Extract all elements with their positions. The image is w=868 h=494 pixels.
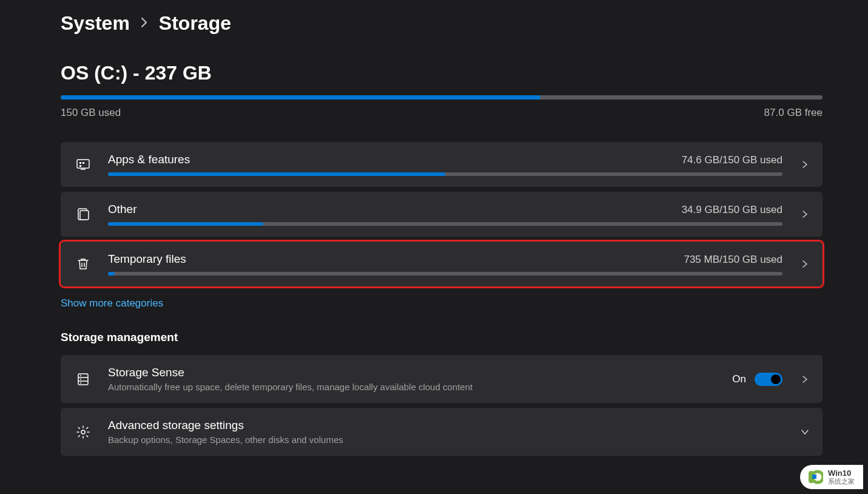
category-usage: 735 MB/150 GB used [684, 254, 782, 266]
svg-point-13 [80, 379, 81, 380]
category-title: Other [108, 203, 137, 216]
drive-usage-bar [61, 95, 823, 100]
category-bar-fill [108, 222, 263, 226]
category-bar [108, 272, 782, 276]
chevron-right-icon [799, 210, 810, 218]
category-usage: 34.9 GB/150 GB used [682, 204, 782, 216]
category-apps-features[interactable]: Apps & features74.6 GB/150 GB used [61, 142, 823, 187]
mgmt-advanced-storage-settings[interactable]: Advanced storage settingsBackup options,… [61, 408, 823, 456]
mgmt-subtitle: Automatically free up space, delete temp… [108, 382, 715, 392]
svg-point-15 [81, 430, 85, 434]
breadcrumb-current: Storage [159, 12, 231, 35]
chevron-right-icon [141, 16, 148, 32]
category-title: Apps & features [108, 153, 190, 166]
breadcrumb: System Storage [61, 12, 823, 35]
chevron-down-icon [799, 428, 810, 436]
svg-rect-3 [79, 165, 81, 167]
chevron-right-icon [799, 160, 810, 169]
apps-icon [75, 157, 91, 172]
drive-usage-labels: 150 GB used 87.0 GB free [61, 107, 823, 119]
mgmt-storage-sense[interactable]: Storage SenseAutomatically free up space… [61, 355, 823, 403]
category-bar-fill [108, 272, 115, 276]
category-title: Temporary files [108, 252, 186, 266]
toggle-state-label: On [732, 373, 746, 385]
category-usage: 74.6 GB/150 GB used [682, 154, 782, 166]
category-bar [108, 222, 782, 226]
gear-icon [75, 424, 91, 440]
drive-title: OS (C:) - 237 GB [61, 62, 823, 84]
mgmt-subtitle: Backup options, Storage Spaces, other di… [108, 435, 782, 445]
chevron-right-icon [799, 375, 810, 384]
watermark-line2: 系统之家 [828, 478, 855, 485]
storage-sense-icon [75, 371, 91, 387]
show-more-link[interactable]: Show more categories [61, 297, 163, 310]
storage-sense-toggle[interactable] [755, 373, 782, 386]
category-list: Apps & features74.6 GB/150 GB usedOther3… [61, 142, 823, 286]
svg-rect-2 [82, 162, 84, 164]
category-bar-fill [108, 172, 445, 176]
svg-point-12 [80, 375, 81, 376]
drive-free-label: 87.0 GB free [764, 107, 823, 119]
drive-used-label: 150 GB used [61, 107, 121, 119]
svg-rect-9 [78, 374, 88, 385]
management-list: Storage SenseAutomatically free up space… [61, 355, 823, 456]
category-other[interactable]: Other34.9 GB/150 GB used [61, 192, 823, 237]
svg-rect-1 [79, 162, 81, 164]
watermark-logo-icon [806, 469, 823, 486]
chevron-right-icon [799, 260, 810, 268]
category-temporary-files[interactable]: Temporary files735 MB/150 GB used [61, 242, 823, 286]
breadcrumb-parent[interactable]: System [61, 12, 130, 35]
category-bar [108, 172, 782, 176]
watermark: Win10 系统之家 [800, 465, 863, 489]
other-icon [75, 206, 91, 222]
mgmt-title: Storage Sense [108, 366, 715, 379]
svg-rect-18 [812, 475, 816, 479]
svg-rect-6 [80, 211, 89, 220]
mgmt-title: Advanced storage settings [108, 419, 782, 432]
svg-point-14 [80, 382, 81, 384]
watermark-line1: Win10 [828, 469, 855, 478]
drive-usage-fill [61, 95, 540, 100]
trash-icon [75, 256, 91, 272]
storage-management-heading: Storage management [61, 331, 823, 344]
